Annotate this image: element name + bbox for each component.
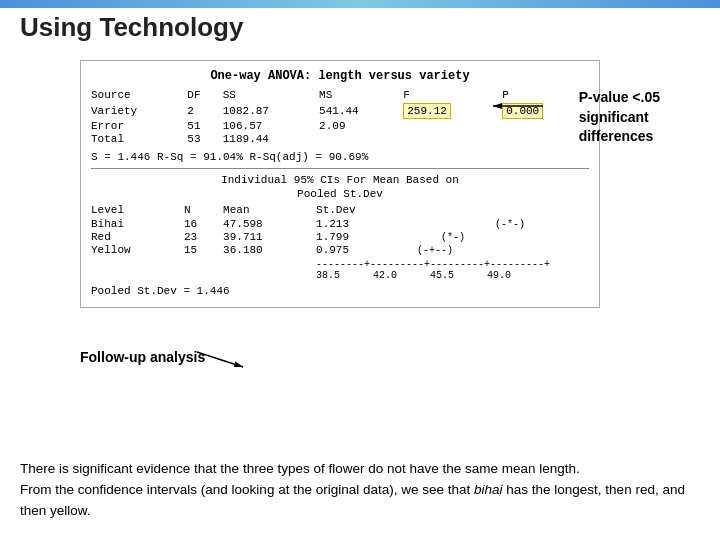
divider: [91, 168, 589, 169]
ci-title-line2: Pooled St.Dev: [91, 188, 589, 200]
ci-mean-yellow: 36.180: [223, 244, 316, 257]
ci-n-red: 23: [184, 231, 223, 244]
followup-label: Follow-up analysis: [80, 349, 205, 365]
col-ms: MS: [319, 89, 403, 103]
cell-variety-df: 2: [187, 103, 222, 120]
anova-box-title: One-way ANOVA: length versus variety: [91, 69, 589, 83]
ci-row-bihai: Bihai 16 47.598 1.213 (-*-): [91, 218, 589, 231]
table-row-error: Error 51 106.57 2.09: [91, 120, 589, 133]
cell-error-ms: 2.09: [319, 120, 403, 133]
ci-col-level: Level: [91, 204, 184, 218]
col-ss: SS: [223, 89, 319, 103]
ci-chart-yellow: (-+--): [409, 244, 589, 257]
axis-dashes: --------+---------+---------+---------+: [316, 259, 589, 270]
cell-total-df: 53: [187, 133, 222, 146]
cell-total-p: [502, 133, 589, 146]
axis-label-3: 45.5: [430, 270, 454, 281]
cell-error-source: Error: [91, 120, 187, 133]
cell-error-f: [403, 120, 502, 133]
bottom-italic-bihai: bihai: [474, 482, 503, 497]
bottom-line2-start: From the confidence intervals (and looki…: [20, 482, 474, 497]
pvalue-line2: significant: [579, 108, 660, 128]
ci-row-yellow: Yellow 15 36.180 0.975 (-+--): [91, 244, 589, 257]
cell-total-source: Total: [91, 133, 187, 146]
cell-error-df: 51: [187, 120, 222, 133]
pvalue-line1: P-value <.05: [579, 88, 660, 108]
ci-title-line1: Individual 95% CIs For Mean Based on: [91, 174, 589, 186]
ci-mean-bihai: 47.598: [223, 218, 316, 231]
cell-error-p: [502, 120, 589, 133]
ci-stdev-bihai: 1.213: [316, 218, 409, 231]
followup-arrow: [195, 347, 250, 372]
ci-stdev-yellow: 0.975: [316, 244, 409, 257]
cell-error-ss: 106.57: [223, 120, 319, 133]
ci-col-mean: Mean: [223, 204, 316, 218]
bottom-text-area: There is significant evidence that the t…: [20, 459, 700, 522]
cell-variety-source: Variety: [91, 103, 187, 120]
col-source: Source: [91, 89, 187, 103]
header-bar: [0, 0, 720, 8]
pvalue-line3: differences: [579, 127, 660, 147]
bottom-line1: There is significant evidence that the t…: [20, 459, 700, 480]
ci-mean-red: 39.711: [223, 231, 316, 244]
table-row-total: Total 53 1189.44: [91, 133, 589, 146]
axis-label-2: 42.0: [373, 270, 397, 281]
axis-label-4: 49.0: [487, 270, 511, 281]
ci-row-red: Red 23 39.711 1.799 (*-): [91, 231, 589, 244]
svg-line-3: [197, 352, 243, 367]
col-df: DF: [187, 89, 222, 103]
cell-total-ms: [319, 133, 403, 146]
ci-n-yellow: 15: [184, 244, 223, 257]
page-title: Using Technology: [20, 12, 243, 43]
ci-level-yellow: Yellow: [91, 244, 184, 257]
axis-area: --------+---------+---------+---------+ …: [316, 259, 589, 281]
ci-level-red: Red: [91, 231, 184, 244]
axis-labels: 38.5 42.0 45.5 49.0: [316, 270, 511, 281]
s-line: S = 1.446 R-Sq = 91.04% R-Sq(adj) = 90.6…: [91, 151, 589, 163]
ci-level-bihai: Bihai: [91, 218, 184, 231]
ci-chart-red: (*-): [409, 231, 589, 244]
pooled-line: Pooled St.Dev = 1.446: [91, 285, 589, 297]
ci-stdev-red: 1.799: [316, 231, 409, 244]
ci-chart-bihai: (-*-): [409, 218, 589, 231]
ci-n-bihai: 16: [184, 218, 223, 231]
bottom-line2: From the confidence intervals (and looki…: [20, 480, 700, 522]
f-value-highlight: 259.12: [403, 103, 451, 119]
cell-total-f: [403, 133, 502, 146]
cell-variety-ms: 541.44: [319, 103, 403, 120]
axis-label-1: 38.5: [316, 270, 340, 281]
cell-total-ss: 1189.44: [223, 133, 319, 146]
ci-col-stdev: St.Dev: [316, 204, 409, 218]
callout-arrow: [488, 96, 548, 116]
cell-variety-ss: 1082.87: [223, 103, 319, 120]
pvalue-callout: P-value <.05 significant differences: [579, 88, 660, 147]
ci-col-n: N: [184, 204, 223, 218]
ci-col-chart: [409, 204, 589, 218]
ci-table: Level N Mean St.Dev Bihai 16 47.598 1.21…: [91, 204, 589, 257]
